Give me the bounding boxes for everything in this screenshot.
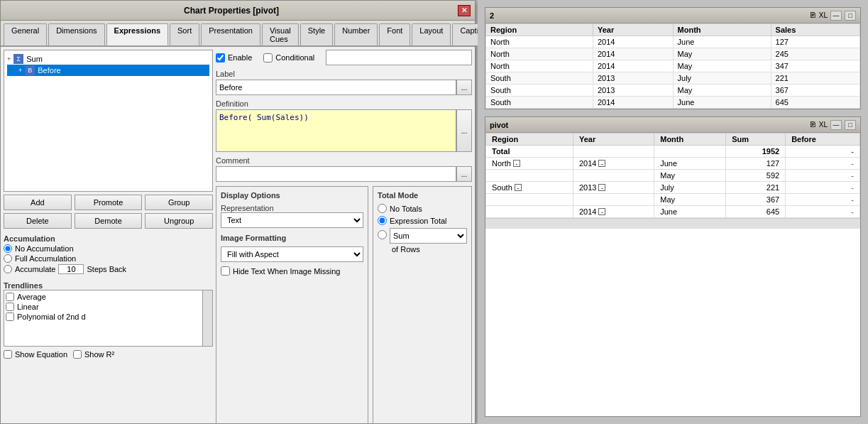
col-region: Region [486, 24, 593, 36]
pivot-row: May 367 - [486, 194, 860, 206]
pivot-table-title: pivot [490, 121, 508, 129]
horizontal-scrollbar[interactable] [485, 219, 860, 229]
right-side-panels: 2 🖹 XL — □ Region Year Month Sales North… [478, 0, 868, 424]
definition-field-title: Definition [216, 99, 472, 108]
tab-sort[interactable]: Sort [170, 23, 199, 45]
sum-option[interactable] [378, 230, 387, 239]
delete-button[interactable]: Delete [4, 213, 72, 229]
dialog-content: + Σ Sum + B Before Add Promote Group Del… [1, 47, 475, 424]
enable-row: Enable Conditional [216, 50, 472, 65]
tab-bar: General Dimensions Expressions Sort Pres… [1, 21, 475, 47]
pivot-minimize-button[interactable]: — [830, 120, 842, 130]
show-r2-option[interactable]: Show R² [73, 349, 114, 359]
tab-presentation[interactable]: Presentation [201, 23, 260, 45]
ungroup-button[interactable]: Ungroup [145, 213, 213, 229]
conditional-checkbox[interactable]: Conditional [263, 53, 314, 62]
expand-icon-sum: + [7, 55, 11, 62]
trendline-options: Show Equation Show R² [4, 349, 213, 359]
tab-expressions[interactable]: Expressions [106, 23, 168, 45]
chart-properties-dialog: Chart Properties [pivot] ✕ General Dimen… [0, 0, 476, 424]
south-expand[interactable]: - [515, 184, 522, 191]
accumulate-option[interactable]: Accumulate Steps Back [4, 264, 213, 274]
right-panel: Enable Conditional Label ... Definition [216, 50, 472, 424]
tree-item-before[interactable]: + B Before [7, 65, 209, 76]
demote-button[interactable]: Demote [75, 213, 143, 229]
polynomial-trendline[interactable]: Polynomial of 2nd d [6, 312, 201, 322]
xl-icon: 🖹 [809, 11, 816, 19]
comment-field-group: Comment ... [216, 156, 472, 182]
minimize-button[interactable]: — [830, 11, 842, 21]
expression-total-option[interactable]: Expression Total [378, 216, 467, 225]
tab-general[interactable]: General [4, 23, 47, 45]
comment-browse-button[interactable]: ... [456, 166, 472, 182]
total-mode-title: Total Mode [378, 191, 467, 200]
definition-browse-button[interactable]: ... [456, 109, 472, 152]
comment-input[interactable] [216, 166, 456, 182]
table-row: North2014May245 [486, 48, 860, 60]
of-rows-label: of Rows [378, 245, 467, 254]
tree-item-before-label: Before [38, 66, 60, 75]
maximize-button[interactable]: □ [845, 11, 856, 21]
tree-item-sum[interactable]: + Σ Sum [7, 53, 209, 65]
label-browse-button[interactable]: ... [456, 80, 472, 95]
conditional-input[interactable] [326, 50, 472, 65]
steps-input[interactable] [58, 264, 84, 274]
top-table-controls: 🖹 XL — □ [809, 11, 856, 21]
linear-trendline[interactable]: Linear [6, 302, 201, 312]
table-row: South2014June645 [486, 97, 860, 109]
expand-icon-before: + [18, 67, 22, 74]
pivot-col-region: Region [486, 134, 573, 146]
full-accumulation-option[interactable]: Full Accumulation [4, 254, 213, 263]
south-2013-expand[interactable]: - [598, 184, 605, 191]
pivot-xl-icon: 🖹 [809, 121, 816, 129]
average-trendline[interactable]: Average [6, 292, 201, 302]
pivot-scrollbar[interactable] [485, 218, 860, 229]
accumulation-section: Accumulation No Accumulation Full Accumu… [4, 232, 213, 276]
tab-layout[interactable]: Layout [412, 23, 451, 45]
close-button[interactable]: ✕ [458, 5, 471, 16]
top-data-table: 2 🖹 XL — □ Region Year Month Sales North… [485, 7, 861, 109]
tab-dimensions[interactable]: Dimensions [48, 23, 104, 45]
pivot-col-sum: Sum [726, 134, 786, 146]
image-formatting-title: Image Formatting [221, 234, 363, 242]
definition-textarea[interactable]: Before( Sum(Sales)) [216, 109, 456, 152]
tab-number[interactable]: Number [334, 23, 378, 45]
comment-input-row: ... [216, 166, 472, 182]
table-row: North2014June127 [486, 36, 860, 48]
trendlines-scrollbar[interactable] [202, 290, 212, 346]
pivot-row: South - 2013 - July 221 - [486, 182, 860, 194]
accumulation-title: Accumulation [4, 234, 213, 243]
expressions-tree[interactable]: + Σ Sum + B Before [4, 50, 213, 192]
group-button[interactable]: Group [145, 195, 213, 210]
label-field-group: Label ... [216, 70, 472, 95]
top-table-titlebar: 2 🖹 XL — □ [485, 8, 860, 23]
add-button[interactable]: Add [4, 195, 72, 210]
top-table-title: 2 [490, 11, 494, 20]
no-accumulation-option[interactable]: No Accumulation [4, 244, 213, 253]
tab-font[interactable]: Font [379, 23, 410, 45]
tab-style[interactable]: Style [300, 23, 333, 45]
enable-label: Enable [228, 53, 252, 62]
north-2014-expand[interactable]: - [598, 160, 605, 167]
action-buttons-row1: Add Promote Group [4, 195, 213, 210]
hide-text-checkbox[interactable]: Hide Text When Image Missing [221, 266, 363, 276]
pivot-total-row: Total 1952 - [486, 146, 860, 158]
pivot-xl-label: XL [819, 121, 828, 129]
enable-checkbox[interactable]: Enable [216, 53, 252, 62]
dialog-titlebar: Chart Properties [pivot] ✕ [1, 1, 475, 21]
image-formatting-select[interactable]: Fill with Aspect Fill Fit Always Fill [221, 246, 363, 262]
col-month: Month [673, 24, 771, 36]
pivot-maximize-button[interactable]: □ [845, 120, 856, 130]
pivot-col-year: Year [573, 134, 654, 146]
label-input[interactable] [216, 80, 456, 95]
south-2014-expand[interactable]: - [598, 208, 605, 215]
show-equation-option[interactable]: Show Equation [4, 349, 67, 359]
sum-select[interactable]: Sum Average Min Max [390, 228, 467, 244]
promote-button[interactable]: Promote [75, 195, 143, 210]
pivot-row: North - 2014 - June 127 - [486, 158, 860, 170]
no-totals-option[interactable]: No Totals [378, 204, 467, 213]
trendlines-section: Trendlines Average Linear Po [4, 278, 213, 424]
representation-select[interactable]: Text Gauge Traffic Light Mini Chart Imag… [221, 212, 363, 228]
north-expand[interactable]: - [513, 160, 520, 167]
tab-visual-cues[interactable]: Visual Cues [262, 23, 299, 45]
